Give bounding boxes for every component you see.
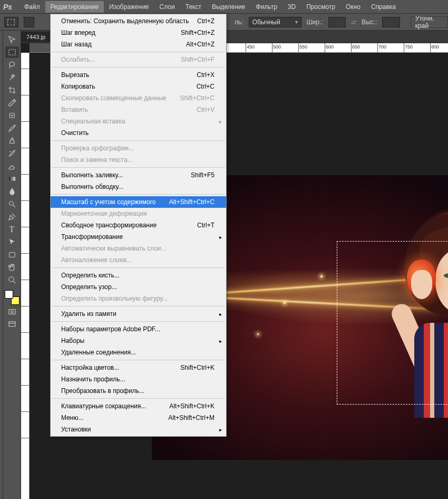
ruler-tick: 650 bbox=[21, 385, 30, 386]
menu-редактирование[interactable]: Редактирование bbox=[45, 1, 104, 13]
path-selection-tool-icon[interactable] bbox=[5, 236, 19, 248]
ruler-tick: 700 bbox=[377, 43, 378, 53]
menu-item-label: Шаг назад bbox=[61, 41, 92, 48]
document-tab[interactable]: 7443.jp bbox=[21, 32, 54, 42]
menu-item[interactable]: ВырезатьCtrl+X bbox=[51, 69, 226, 81]
menu-item[interactable]: Удаленные соединения... bbox=[51, 347, 226, 358]
clone-stamp-tool-icon[interactable] bbox=[5, 135, 19, 147]
zoom-tool-icon[interactable] bbox=[5, 274, 19, 286]
ruler-tick: 600 bbox=[325, 43, 325, 53]
menu-separator bbox=[52, 194, 225, 195]
eyedropper-tool-icon[interactable] bbox=[5, 97, 19, 109]
lasso-tool-icon[interactable] bbox=[5, 59, 19, 71]
menu-текст[interactable]: Текст bbox=[180, 1, 207, 13]
toolbox: T bbox=[3, 31, 21, 499]
menu-item: Специальная вставка▸ bbox=[51, 116, 226, 127]
shape-tool-icon[interactable] bbox=[5, 249, 19, 261]
submenu-arrow-icon: ▸ bbox=[219, 234, 222, 240]
move-tool-icon[interactable] bbox=[5, 34, 19, 45]
image-sparkle bbox=[257, 333, 259, 335]
magic-wand-tool-icon[interactable] bbox=[5, 72, 19, 83]
menu-separator bbox=[52, 67, 225, 68]
menu-файл[interactable]: Файл bbox=[19, 1, 45, 13]
menu-item-label: Выполнить обводку... bbox=[61, 183, 123, 190]
menu-слои[interactable]: Слои bbox=[154, 1, 180, 13]
app-logo: Ps bbox=[3, 3, 15, 11]
blend-mode-select[interactable]: Обычный bbox=[249, 17, 301, 27]
menu-справка[interactable]: Справка bbox=[366, 1, 401, 13]
menu-item-label: Выполнить заливку... bbox=[61, 171, 123, 179]
refine-edge-button[interactable]: Уточн. край bbox=[411, 16, 448, 28]
menu-item[interactable]: Очистить bbox=[51, 127, 226, 139]
menu-item[interactable]: Настройка цветов...Shift+Ctrl+K bbox=[51, 362, 226, 373]
menu-item-label: Определить кисть... bbox=[61, 272, 120, 279]
menu-3d[interactable]: 3D bbox=[283, 1, 301, 13]
menu-item-label: Установки bbox=[61, 426, 91, 433]
ruler-tick: 700 bbox=[21, 411, 30, 412]
menu-item-label: Меню... bbox=[61, 414, 83, 421]
ruler-tick: 600 bbox=[21, 359, 30, 359]
menu-окно[interactable]: Окно bbox=[340, 1, 366, 13]
marquee-selection[interactable] bbox=[337, 241, 448, 405]
ruler-tick: 200 bbox=[21, 148, 30, 148]
menu-item[interactable]: Клавиатурные сокращения...Alt+Shift+Ctrl… bbox=[51, 400, 226, 412]
menu-item[interactable]: Выполнить заливку...Shift+F5 bbox=[51, 169, 226, 181]
menu-item[interactable]: Масштаб с учетом содержимогоAlt+Shift+Ct… bbox=[51, 196, 226, 208]
menu-item[interactable]: КопироватьCtrl+C bbox=[51, 81, 226, 92]
menu-item-label: Очистить bbox=[61, 129, 89, 137]
menu-item[interactable]: Установки▸ bbox=[51, 424, 226, 435]
swap-icon[interactable]: ⇄ bbox=[351, 18, 356, 26]
width-input[interactable] bbox=[328, 17, 346, 27]
history-brush-tool-icon[interactable] bbox=[5, 148, 19, 159]
menu-item-label: Преобразовать в профиль... bbox=[61, 387, 144, 395]
hand-tool-icon[interactable] bbox=[5, 262, 19, 273]
color-swatches[interactable] bbox=[5, 290, 20, 305]
eraser-tool-icon[interactable] bbox=[5, 160, 19, 172]
gradient-tool-icon[interactable] bbox=[5, 173, 19, 185]
crop-tool-icon[interactable] bbox=[5, 84, 19, 96]
tool-preset-icon[interactable] bbox=[4, 17, 18, 27]
menu-item-shortcut: Shift+Ctrl+K bbox=[180, 364, 215, 371]
menu-separator bbox=[52, 360, 225, 360]
menu-item[interactable]: Определить кисть... bbox=[51, 270, 226, 281]
menu-item: Марионеточная деформация bbox=[51, 208, 226, 219]
menu-item-shortcut: Alt+Ctrl+Z bbox=[186, 41, 215, 48]
menu-просмотр[interactable]: Просмотр bbox=[301, 1, 340, 13]
ruler-vertical[interactable]: 5010015020025030035040045050055060065070… bbox=[21, 53, 30, 499]
menu-item-label: Назначить профиль... bbox=[61, 376, 125, 383]
menu-item[interactable]: Трансформирование▸ bbox=[51, 231, 226, 243]
menu-item[interactable]: Отменить: Сохранить выделенную областьCt… bbox=[51, 15, 226, 27]
healing-brush-tool-icon[interactable] bbox=[5, 110, 19, 121]
menu-item[interactable]: Удалить из памяти▸ bbox=[51, 308, 226, 320]
selection-mode-new-icon[interactable] bbox=[24, 17, 34, 27]
menu-item[interactable]: Определить узор... bbox=[51, 281, 226, 293]
pen-tool-icon[interactable] bbox=[5, 211, 19, 223]
brush-tool-icon[interactable] bbox=[5, 122, 19, 134]
menu-item[interactable]: Наборы▸ bbox=[51, 335, 226, 347]
menu-item-label: Определить узор... bbox=[61, 283, 117, 291]
menu-изображение[interactable]: Изображение bbox=[104, 1, 154, 13]
menu-item[interactable]: Выполнить обводку... bbox=[51, 181, 226, 193]
ruler-tick: 500 bbox=[272, 43, 272, 53]
menu-item[interactable]: Назначить профиль... bbox=[51, 373, 226, 385]
menu-item-label: Копировать bbox=[61, 83, 95, 90]
foreground-color-swatch[interactable] bbox=[5, 290, 13, 299]
menu-item[interactable]: Шаг назадAlt+Ctrl+Z bbox=[51, 39, 226, 50]
dodge-tool-icon[interactable] bbox=[5, 198, 19, 210]
height-input[interactable] bbox=[382, 17, 400, 27]
type-tool-icon[interactable]: T bbox=[5, 224, 19, 235]
marquee-tool-icon[interactable] bbox=[5, 46, 19, 58]
menu-item[interactable]: Свободное трансформированиеCtrl+T bbox=[51, 219, 226, 231]
menu-item[interactable]: Меню...Alt+Shift+Ctrl+M bbox=[51, 412, 226, 424]
menu-item: Ослабить...Shift+Ctrl+F bbox=[51, 54, 226, 65]
ruler-tick: 650 bbox=[351, 43, 352, 53]
blur-tool-icon[interactable] bbox=[5, 186, 19, 197]
menu-item[interactable]: Наборы параметров Adobe PDF... bbox=[51, 323, 226, 335]
menu-фильтр[interactable]: Фильтр bbox=[251, 1, 283, 13]
menu-item[interactable]: Шаг впередShift+Ctrl+Z bbox=[51, 27, 226, 39]
quick-mask-icon[interactable] bbox=[5, 306, 19, 318]
screen-mode-icon[interactable] bbox=[5, 319, 19, 330]
menu-выделение[interactable]: Выделение bbox=[207, 1, 251, 13]
menu-item[interactable]: Преобразовать в профиль... bbox=[51, 385, 226, 397]
ruler-tick: 450 bbox=[246, 43, 246, 53]
